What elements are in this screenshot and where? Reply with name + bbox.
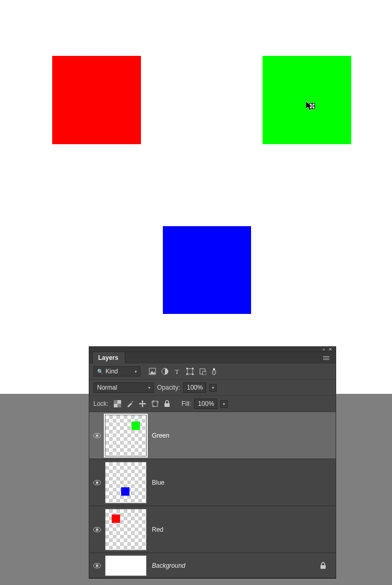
- chevron-down-icon: ▾: [135, 369, 137, 374]
- blend-mode-select[interactable]: Normal ▾: [93, 382, 154, 393]
- layer-name[interactable]: Red: [152, 526, 163, 533]
- thumb-chip-green: [132, 422, 140, 430]
- blend-mode-value: Normal: [97, 384, 117, 391]
- fill-dropdown[interactable]: ▾: [220, 400, 228, 408]
- lock-row: Lock: Fill: 100% ▾: [89, 396, 336, 412]
- svg-point-37: [96, 564, 99, 567]
- svg-rect-18: [203, 371, 206, 375]
- visibility-eye-icon[interactable]: [93, 479, 101, 486]
- opacity-input[interactable]: 100%: [183, 382, 206, 393]
- shape-red[interactable]: [52, 56, 141, 144]
- filter-row: 🔍 Kind ▾ T: [89, 364, 336, 380]
- layer-name[interactable]: Background: [152, 562, 185, 569]
- svg-rect-22: [114, 400, 117, 404]
- svg-point-20: [213, 368, 215, 370]
- svg-rect-13: [186, 368, 188, 369]
- lock-pixels-icon[interactable]: [126, 400, 134, 407]
- filter-toggle-icon[interactable]: [211, 368, 217, 375]
- svg-marker-9: [150, 371, 155, 374]
- lock-label: Lock:: [93, 400, 109, 407]
- opacity-label: Opacity:: [157, 384, 180, 391]
- svg-rect-16: [192, 373, 194, 375]
- svg-rect-14: [192, 368, 194, 369]
- lock-transparency-icon[interactable]: [114, 400, 121, 407]
- filter-pixel-icon[interactable]: [149, 368, 156, 375]
- panel-tabs: Layers: [89, 352, 336, 364]
- opacity-dropdown[interactable]: ▾: [209, 384, 217, 392]
- collapse-icon[interactable]: «: [323, 347, 325, 352]
- filter-icons: T: [149, 368, 217, 375]
- panel-titlebar: « ✕: [89, 347, 336, 352]
- shape-blue[interactable]: [163, 226, 251, 314]
- filter-kind-select[interactable]: 🔍 Kind ▾: [93, 366, 140, 377]
- svg-rect-23: [117, 404, 121, 407]
- layer-thumbnail[interactable]: [105, 509, 147, 551]
- layer-name[interactable]: Blue: [152, 479, 164, 486]
- filter-shape-icon[interactable]: [186, 368, 194, 375]
- thumb-chip-red: [112, 514, 120, 523]
- chevron-down-icon: ▾: [148, 385, 150, 390]
- svg-rect-38: [320, 565, 326, 569]
- filter-adjust-icon[interactable]: [161, 368, 169, 375]
- layers-panel: « ✕ Layers 🔍 Kind ▾ T Normal ▾ Opacity:: [89, 346, 336, 579]
- svg-text:T: T: [175, 368, 179, 375]
- svg-rect-15: [186, 373, 188, 375]
- close-icon[interactable]: ✕: [328, 347, 332, 352]
- layer-row-green[interactable]: Green: [89, 412, 336, 459]
- canvas[interactable]: [0, 0, 392, 394]
- lock-all-icon[interactable]: [164, 400, 170, 407]
- lock-artboard-icon[interactable]: [151, 400, 159, 407]
- svg-rect-29: [164, 403, 170, 407]
- panel-menu-icon[interactable]: [323, 355, 331, 361]
- blend-row: Normal ▾ Opacity: 100% ▾: [89, 380, 336, 396]
- layer-list: Green Blue Red Background: [89, 412, 336, 578]
- thumb-chip-blue: [121, 487, 129, 496]
- filter-smart-icon[interactable]: [199, 368, 206, 375]
- layer-row-red[interactable]: Red: [89, 506, 336, 553]
- visibility-eye-icon[interactable]: [93, 432, 101, 439]
- filter-kind-label: Kind: [105, 368, 118, 375]
- layer-row-background[interactable]: Background: [89, 553, 336, 578]
- layer-thumbnail[interactable]: [105, 462, 147, 504]
- layer-thumbnail[interactable]: [105, 555, 147, 576]
- shape-green[interactable]: [263, 56, 351, 144]
- svg-point-31: [96, 434, 99, 437]
- layer-row-blue[interactable]: Blue: [89, 459, 336, 506]
- layer-name[interactable]: Green: [152, 432, 169, 439]
- filter-type-icon[interactable]: T: [174, 368, 181, 375]
- layer-thumbnail[interactable]: [105, 415, 147, 457]
- svg-point-35: [96, 528, 99, 531]
- svg-point-33: [96, 481, 99, 484]
- fill-label: Fill:: [182, 400, 192, 407]
- lock-icon[interactable]: [320, 562, 326, 569]
- lock-position-icon[interactable]: [139, 400, 146, 407]
- visibility-eye-icon[interactable]: [93, 563, 101, 569]
- visibility-eye-icon[interactable]: [93, 526, 101, 533]
- tab-layers[interactable]: Layers: [92, 352, 125, 364]
- svg-rect-19: [212, 370, 216, 375]
- search-icon: 🔍: [97, 369, 103, 375]
- fill-input[interactable]: 100%: [194, 399, 217, 409]
- svg-rect-12: [187, 369, 193, 374]
